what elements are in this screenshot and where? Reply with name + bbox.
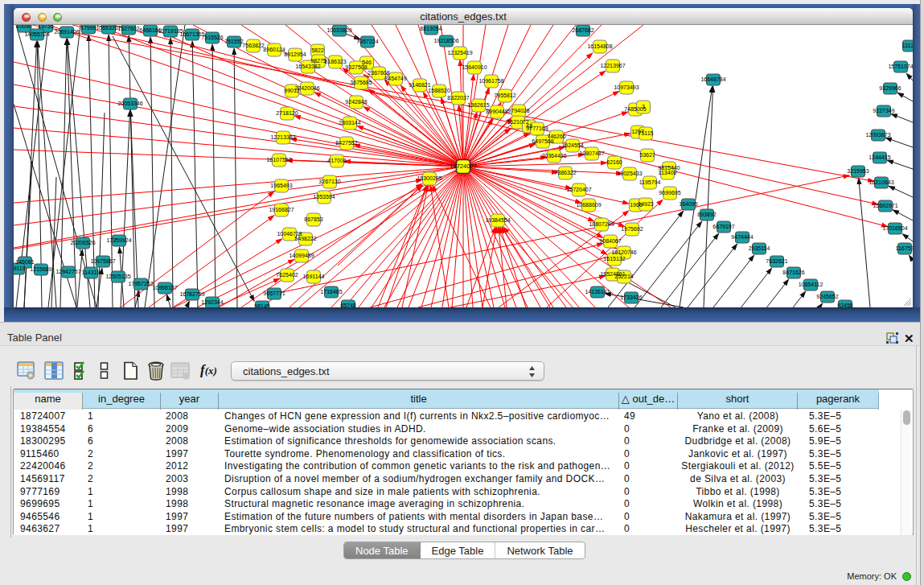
svg-text:11123: 11123 <box>902 43 913 48</box>
svg-text:2687682: 2687682 <box>572 27 593 33</box>
svg-text:9242848: 9242848 <box>345 99 367 105</box>
svg-text:1527602: 1527602 <box>117 26 139 31</box>
svg-text:9657771: 9657771 <box>263 290 285 296</box>
svg-text:7515526: 7515526 <box>201 35 223 40</box>
svg-text:1215689: 1215689 <box>30 266 51 272</box>
svg-text:20053346: 20053346 <box>117 101 142 106</box>
svg-text:62160: 62160 <box>606 159 622 165</box>
svg-text:9227349: 9227349 <box>873 108 894 113</box>
svg-text:867853: 867853 <box>304 216 322 222</box>
svg-text:1353594: 1353594 <box>313 194 335 200</box>
svg-text:10688609: 10688609 <box>576 202 601 208</box>
svg-text:7386322: 7386322 <box>554 170 576 175</box>
svg-text:164095: 164095 <box>679 201 697 207</box>
svg-text:14136141: 14136141 <box>585 289 610 295</box>
svg-text:7632621: 7632621 <box>766 258 787 264</box>
svg-text:893892: 893892 <box>697 212 716 217</box>
svg-text:75115: 75115 <box>639 130 654 136</box>
svg-text:12093873: 12093873 <box>865 132 890 138</box>
svg-text:98275: 98275 <box>310 58 326 64</box>
svg-text:10807487: 10807487 <box>579 150 604 156</box>
svg-text:3624554: 3624554 <box>561 142 583 148</box>
svg-text:9329966: 9329966 <box>879 85 901 91</box>
svg-text:65748: 65748 <box>340 303 356 307</box>
svg-text:145081: 145081 <box>15 259 34 265</box>
svg-text:1615132: 1615132 <box>603 256 625 262</box>
svg-text:9699695: 9699695 <box>659 190 680 196</box>
svg-text:18807249: 18807249 <box>589 221 614 227</box>
svg-text:16648784: 16648784 <box>700 76 725 82</box>
svg-text:1195794: 1195794 <box>639 179 661 185</box>
svg-text:7357224: 7357224 <box>356 39 378 44</box>
svg-text:1244415: 1244415 <box>869 154 890 160</box>
svg-text:39119: 39119 <box>14 266 26 271</box>
svg-text:3: 3 <box>642 104 645 109</box>
svg-text:417004: 417004 <box>327 158 346 163</box>
svg-text:1588520: 1588520 <box>428 88 450 93</box>
svg-text:8427552: 8427552 <box>335 140 357 146</box>
svg-text:2935114: 2935114 <box>749 245 770 251</box>
svg-text:9794028: 9794028 <box>507 108 529 113</box>
svg-text:19166827: 19166827 <box>269 207 294 212</box>
svg-text:2803144: 2803144 <box>339 120 360 126</box>
svg-text:17957253: 17957253 <box>128 281 153 286</box>
svg-text:10033809: 10033809 <box>326 27 351 33</box>
svg-text:8471626: 8471626 <box>782 270 804 275</box>
svg-text:9327508: 9327508 <box>345 64 367 70</box>
svg-text:9084067: 9084067 <box>599 238 621 244</box>
svg-text:3675685: 3675685 <box>350 80 372 85</box>
svg-text:14099489: 14099489 <box>289 253 314 258</box>
svg-text:9245652: 9245652 <box>816 294 838 299</box>
svg-text:8813054: 8813054 <box>420 26 441 31</box>
svg-text:19384554: 19384554 <box>485 217 510 223</box>
svg-text:10654112: 10654112 <box>799 282 823 287</box>
svg-text:751552: 751552 <box>224 39 243 44</box>
svg-text:5822: 5822 <box>311 47 324 53</box>
svg-text:3215953: 3215953 <box>847 168 869 174</box>
svg-text:9474444: 9474444 <box>731 234 753 240</box>
svg-text:1965493: 1965493 <box>270 183 292 188</box>
svg-text:17359924: 17359924 <box>106 237 131 243</box>
svg-text:1733426: 1733426 <box>620 295 642 300</box>
svg-text:8322037: 8322037 <box>447 95 469 101</box>
svg-text:19755: 19755 <box>38 25 54 29</box>
svg-text:16782759: 16782759 <box>179 291 204 297</box>
svg-text:1292344: 1292344 <box>201 299 223 305</box>
svg-text:12505135: 12505135 <box>105 274 130 279</box>
svg-text:8186323: 8186323 <box>324 59 346 64</box>
svg-text:20206526: 20206526 <box>70 240 95 245</box>
svg-text:98145: 98145 <box>254 303 270 307</box>
svg-text:18300295: 18300295 <box>417 175 441 181</box>
svg-text:16210643: 16210643 <box>869 179 893 185</box>
svg-text:9146821: 9146821 <box>409 82 430 88</box>
svg-text:15751074: 15751074 <box>888 64 913 69</box>
svg-text:114319: 114319 <box>82 270 101 275</box>
svg-text:3267130: 3267130 <box>318 179 340 184</box>
svg-text:1362615: 1362615 <box>467 102 489 108</box>
svg-text:8990448: 8990448 <box>486 109 507 114</box>
svg-text:20090: 20090 <box>16 25 32 29</box>
svg-text:16107552: 16107552 <box>266 157 291 163</box>
svg-text:113400: 113400 <box>659 170 677 175</box>
svg-text:8960124: 8960124 <box>263 47 285 52</box>
svg-text:14055724: 14055724 <box>24 31 49 37</box>
svg-text:12942757: 12942757 <box>55 269 80 274</box>
svg-text:6679197: 6679197 <box>713 224 734 229</box>
svg-text:14923: 14923 <box>638 201 654 207</box>
svg-text:5498222: 5498222 <box>294 236 316 241</box>
svg-text:16120746: 16120746 <box>611 249 636 255</box>
svg-text:19218506: 19218506 <box>433 38 458 43</box>
svg-text:15640910: 15640910 <box>462 64 487 70</box>
svg-text:16543382: 16543382 <box>295 64 320 69</box>
svg-text:8912954: 8912954 <box>284 51 306 57</box>
svg-text:12213383: 12213383 <box>270 134 295 140</box>
svg-text:99012: 99012 <box>284 88 300 93</box>
svg-text:2718120: 2718120 <box>276 110 298 116</box>
svg-text:2367608: 2367608 <box>368 70 389 76</box>
svg-text:10958137: 10958137 <box>152 285 177 290</box>
svg-text:16154808: 16154808 <box>587 43 612 49</box>
svg-text:15720407: 15720407 <box>566 187 591 192</box>
svg-text:6497568: 6497568 <box>532 138 553 144</box>
svg-text:17016504: 17016504 <box>882 225 907 231</box>
svg-text:116753: 116753 <box>896 245 913 251</box>
